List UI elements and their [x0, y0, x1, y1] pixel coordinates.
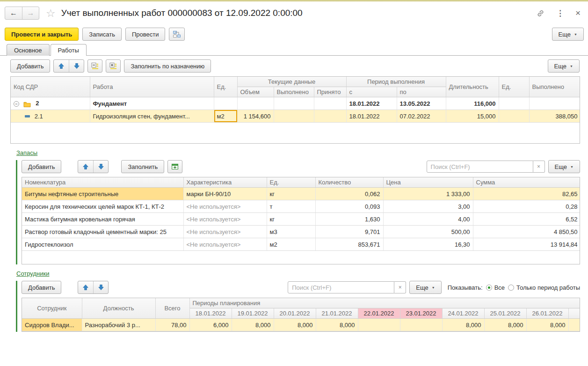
works-header-row: Код СДР Работа Ед. Текущие данные Период…	[11, 77, 580, 87]
forward-button[interactable]: →	[22, 7, 39, 19]
works-more-button[interactable]: Еще▼	[548, 59, 580, 73]
inventory-table-empty-area	[22, 251, 580, 264]
radio-show-work-period[interactable]: Только период работы	[508, 284, 580, 291]
inventory-section: Добавить Заполнить × Еще▼ Номенклатура Х…	[16, 160, 580, 264]
table-row[interactable]: Гидростеклоизол <Не используется> м2 853…	[22, 238, 580, 251]
inventory-more-button[interactable]: Еще▼	[548, 160, 580, 173]
radio-selected-icon	[486, 285, 492, 291]
table-row[interactable]: Мастика битумная кровельная горячая <Не …	[22, 213, 580, 226]
move-up-icon[interactable]	[78, 161, 93, 173]
employees-header-row: Сотрудник Должность Всего Периоды планир…	[22, 298, 580, 308]
fill-from-document-button[interactable]	[167, 160, 182, 173]
employees-move-buttons	[78, 281, 109, 294]
works-move-buttons	[53, 59, 84, 73]
employees-table: Сотрудник Должность Всего Периоды планир…	[22, 298, 580, 332]
inventory-header-row: Номенклатура Характеристика Ед. Количест…	[22, 177, 580, 188]
weekend-date-header: 22.01.2022	[358, 308, 400, 319]
move-up-icon[interactable]	[78, 281, 93, 293]
chevron-down-icon: ▼	[574, 33, 577, 36]
inventory-table: Номенклатура Характеристика Ед. Количест…	[22, 177, 580, 264]
move-down-icon[interactable]	[93, 161, 108, 173]
radio-show-all[interactable]: Все	[486, 284, 505, 291]
chevron-down-icon: ▼	[570, 165, 573, 168]
inventory-toolbar: Добавить Заполнить × Еще▼	[22, 160, 580, 173]
employees-more-button[interactable]: Еще▼	[409, 281, 441, 294]
employees-section-link[interactable]: Сотрудники	[16, 270, 49, 277]
expand-rows-icon	[109, 62, 117, 70]
write-button[interactable]: Записать	[82, 28, 122, 41]
tab-main[interactable]: Основное	[7, 44, 50, 56]
weekend-date-header: 23.01.2022	[400, 308, 442, 319]
more-menu-icon[interactable]: ⋮	[556, 8, 564, 18]
structure-icon	[173, 30, 181, 38]
focused-cell[interactable]: м2	[214, 110, 237, 123]
works-group-row[interactable]: − 2 Фундамент 18.01.2022 13.05.2022 116,…	[11, 97, 580, 110]
radio-unselected-icon	[508, 285, 514, 291]
search-input[interactable]	[288, 281, 394, 293]
inventory-add-button[interactable]: Добавить	[22, 160, 61, 173]
show-mode-label: Показывать:	[448, 284, 483, 291]
back-icon: ←	[10, 9, 17, 17]
command-bar: Провести и закрыть Записать Провести Еще…	[0, 25, 588, 44]
post-and-close-button[interactable]: Провести и закрыть	[5, 28, 79, 41]
collapse-groups-button[interactable]	[87, 59, 102, 73]
titlebar: ← → ☆ Учет выполненных работ 000000083 о…	[0, 1, 588, 25]
works-table: Код СДР Работа Ед. Текущие данные Период…	[10, 76, 580, 144]
chevron-down-icon: ▼	[432, 286, 435, 289]
expand-groups-button[interactable]	[106, 59, 121, 73]
move-up-icon[interactable]	[54, 60, 69, 72]
clear-search-icon[interactable]: ×	[394, 281, 406, 293]
structure-button[interactable]	[169, 28, 185, 41]
search-input[interactable]	[427, 161, 533, 173]
employees-search: ×	[288, 281, 406, 293]
close-icon[interactable]: ×	[575, 8, 581, 18]
employee-row[interactable]: Сидоров Влади... Разнорабочий 3 р... 78,…	[22, 319, 580, 331]
move-down-icon[interactable]	[69, 60, 84, 72]
employees-add-button[interactable]: Добавить	[22, 281, 61, 294]
folder-icon	[23, 101, 31, 107]
table-row[interactable]: Раствор готовый кладочный цементный марк…	[22, 226, 580, 238]
fill-table-icon	[171, 163, 179, 170]
inventory-move-buttons	[78, 160, 109, 173]
table-row[interactable]: Битумы нефтяные строительные марки БН-90…	[22, 188, 580, 200]
history-nav: ← →	[5, 7, 39, 20]
employees-toolbar: Добавить × Еще▼ Показывать: Все Только п…	[22, 281, 580, 294]
title-actions: ⋮ ×	[536, 8, 581, 18]
works-toolbar: Добавить Заполнить по назначению Еще▼	[10, 59, 580, 73]
collapse-node-icon[interactable]: −	[14, 101, 19, 107]
tab-works[interactable]: Работы	[51, 44, 87, 56]
works-add-button[interactable]: Добавить	[10, 59, 50, 73]
link-icon[interactable]	[536, 9, 545, 18]
forward-icon: →	[27, 9, 35, 17]
table-row[interactable]: Керосин для технических целей марок КТ-1…	[22, 200, 580, 213]
command-more-button[interactable]: Еще▼	[552, 28, 584, 41]
favorite-star-icon[interactable]: ☆	[46, 7, 56, 20]
inventory-search: ×	[427, 161, 545, 173]
post-button[interactable]: Провести	[125, 28, 166, 41]
work-item-icon	[25, 115, 30, 117]
page-title: Учет выполненных работ 000000083 от 12.0…	[61, 8, 303, 18]
back-button[interactable]: ←	[5, 7, 22, 19]
chevron-down-icon: ▼	[570, 65, 573, 68]
collapse-rows-icon	[91, 62, 99, 70]
move-down-icon[interactable]	[93, 281, 108, 293]
works-row[interactable]: 2.1 Гидроизоляция стен, фундамент... м2 …	[11, 110, 580, 123]
fill-by-purpose-button[interactable]: Заполнить по назначению	[124, 59, 211, 73]
works-table-empty-area	[11, 123, 580, 143]
employees-section: Добавить × Еще▼ Показывать: Все Только п…	[16, 281, 580, 332]
inventory-section-link[interactable]: Запасы	[16, 149, 37, 156]
inventory-fill-button[interactable]: Заполнить	[121, 160, 164, 173]
tab-strip: Основное Работы	[0, 44, 588, 56]
clear-search-icon[interactable]: ×	[533, 161, 545, 173]
